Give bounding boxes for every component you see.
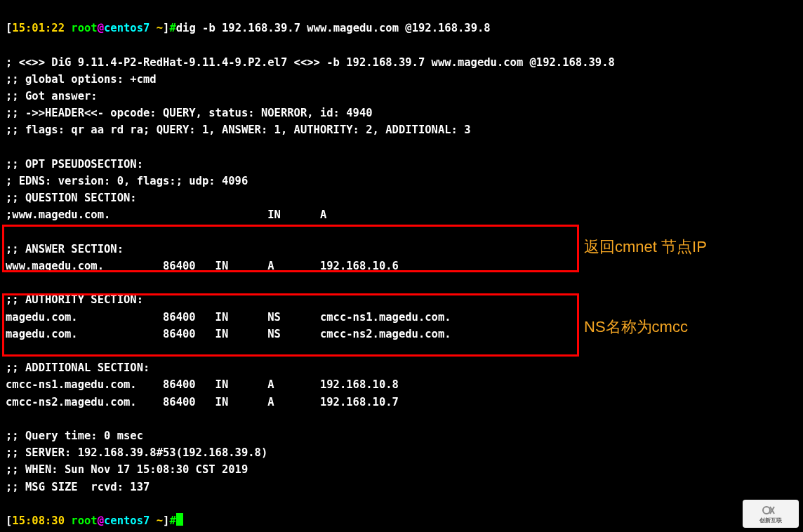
server-line: ;; SERVER: 192.168.39.8#53(192.168.39.8): [6, 446, 267, 459]
query-time: ;; Query time: 0 msec: [6, 430, 143, 442]
command-text: dig -b 192.168.39.7 www.magedu.com @192.…: [176, 22, 491, 34]
cursor: [176, 513, 183, 526]
header-line: ;; ->>HEADER<<- opcode: QUERY, status: N…: [6, 107, 373, 119]
authority-row-1: magedu.com. 86400 IN NS cmcc-ns1.magedu.…: [6, 311, 451, 324]
answer-row: www.magedu.com. 86400 IN A 192.168.10.6: [6, 260, 399, 272]
authority-row-2: magedu.com. 86400 IN NS cmcc-ns2.magedu.…: [6, 328, 451, 340]
msg-size: ;; MSG SIZE rcvd: 137: [6, 481, 150, 493]
global-options: ;; global options: +cmd: [6, 73, 157, 86]
annotation-1: 返回cmnet 节点IP: [584, 237, 707, 258]
additional-header: ;; ADDITIONAL SECTION:: [6, 361, 150, 374]
question-header: ;; QUESTION SECTION:: [6, 192, 137, 204]
question-row: ;www.magedu.com. IN A: [6, 208, 326, 221]
authority-header: ;; AUTHORITY SECTION:: [6, 293, 143, 306]
flags-line: ;; flags: qr aa rd ra; QUERY: 1, ANSWER:…: [6, 124, 471, 136]
answer-header: ;; ANSWER SECTION:: [6, 243, 124, 255]
annotation-2: NS名称为cmcc: [584, 317, 688, 338]
opt-header: ;; OPT PSEUDOSECTION:: [6, 158, 143, 171]
dig-banner: ; <<>> DiG 9.11.4-P2-RedHat-9.11.4-9.P2.…: [6, 56, 615, 69]
additional-row-2: cmcc-ns2.magedu.com. 86400 IN A 192.168.…: [6, 396, 399, 408]
additional-row-1: cmcc-ns1.magedu.com. 86400 IN A 192.168.…: [6, 378, 399, 391]
terminal[interactable]: [15:01:22 root@centos7 ~]#dig -b 192.168…: [0, 0, 803, 532]
logo-text: 创新互联: [759, 517, 782, 524]
edns-line: ; EDNS: version: 0, flags:; udp: 4096: [6, 175, 248, 187]
prompt-line-2: [15:08:30 root@centos7 ~]#: [6, 514, 183, 527]
watermark-logo: 创新互联: [743, 500, 799, 528]
prompt-line-1: [15:01:22 root@centos7 ~]#dig -b 192.168…: [6, 22, 491, 34]
when-line: ;; WHEN: Sun Nov 17 15:08:30 CST 2019: [6, 463, 248, 476]
got-answer: ;; Got answer:: [6, 90, 98, 102]
